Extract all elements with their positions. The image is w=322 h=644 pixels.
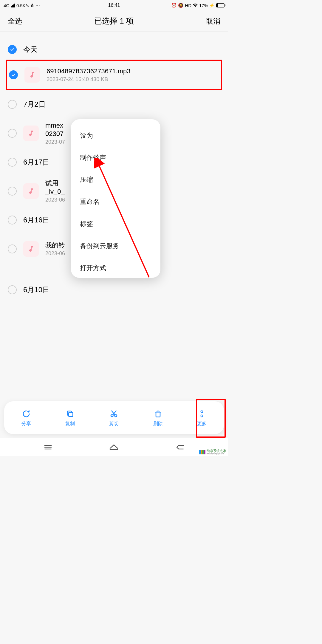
svg-point-5 [201,415,203,417]
group-header-today[interactable]: 今天 [0,41,228,58]
copy-button[interactable]: 复制 [59,409,81,427]
group-checkbox[interactable] [8,285,17,294]
tool-label: 复制 [65,421,75,427]
group-checkbox[interactable] [8,158,17,167]
battery-icon [216,3,225,7]
popup-make-ringtone[interactable]: 制作铃声 [71,147,160,169]
watermark-logo-icon [199,450,205,454]
svg-point-4 [201,411,203,413]
group-label: 6月10日 [23,285,49,295]
nav-back-button[interactable] [174,441,186,453]
group-label: 6月17日 [23,157,49,167]
watermark-url: www.ycwjty.com [207,453,226,455]
tool-label: 剪切 [109,421,119,427]
battery-pct: 17% [199,3,208,8]
alarm-icon: ⏰ [171,3,177,8]
share-button[interactable]: 分享 [16,409,37,427]
svg-rect-1 [69,412,73,417]
system-nav-bar [0,438,228,456]
tool-label: 分享 [21,421,31,427]
file-checkbox[interactable] [9,70,18,79]
share-icon [21,409,31,419]
hd-indicator: HD [185,3,191,8]
nav-home-button[interactable] [108,441,120,453]
popup-open-with[interactable]: 打开方式 [71,257,160,273]
more-dots-icon: ⋯ [35,3,40,8]
charging-icon: ⚡ [209,3,215,8]
wifi-icon [193,3,198,8]
music-file-icon [23,241,39,257]
nav-recent-button[interactable] [42,441,54,453]
usb-icon: ⋔ [30,3,34,8]
group-label: 7月2日 [23,100,46,109]
delete-icon [153,409,163,419]
more-icon [197,409,207,419]
file-name: 6910489783736273671.mp3 [47,67,130,75]
popup-set-as[interactable]: 设为 [71,125,160,147]
cut-button[interactable]: 剪切 [103,409,125,427]
cut-icon [109,409,119,419]
status-bar: 4G 0.5K/s ⋔ ⋯ 16:41 ⏰ 🔕 HD 17% ⚡ [0,0,228,11]
group-label: 今天 [23,45,38,54]
cancel-button[interactable]: 取消 [206,16,220,26]
clock: 16:41 [108,3,120,8]
group-header[interactable]: 6月10日 [0,281,228,299]
popup-backup-cloud[interactable]: 备份到云服务 [71,235,160,257]
group-label: 6月16日 [23,215,49,225]
tool-label: 删除 [153,421,163,427]
file-checkbox[interactable] [8,187,17,196]
file-meta: 2023-07-24 16:40 430 KB [47,76,130,83]
popup-compress[interactable]: 压缩 [71,169,160,191]
group-checkbox[interactable] [8,45,17,54]
file-checkbox[interactable] [8,129,17,138]
select-all-button[interactable]: 全选 [8,16,22,26]
music-file-icon [23,183,39,199]
signal-icon [11,4,15,7]
selection-header: 全选 已选择 1 项 取消 [0,11,228,32]
popup-tags[interactable]: 标签 [71,213,160,235]
group-checkbox[interactable] [8,100,17,109]
net-speed: 0.5K/s [16,3,29,8]
annotation-highlight-file: 6910489783736273671.mp3 2023-07-24 16:40… [6,60,222,90]
group-checkbox[interactable] [8,216,17,225]
dnd-icon: 🔕 [178,3,184,8]
group-header[interactable]: 7月2日 [0,95,228,113]
delete-button[interactable]: 删除 [147,409,169,427]
music-file-icon [24,67,40,83]
more-button[interactable]: 更多 [191,409,213,427]
network-type: 4G [4,3,10,8]
file-checkbox[interactable] [8,244,17,253]
music-file-icon [23,126,39,141]
more-actions-popup: 设为 制作铃声 压缩 重命名 标签 备份到云服务 打开方式 [71,119,160,278]
copy-icon [65,409,75,419]
action-toolbar: 分享 复制 剪切 删除 更多 [4,401,224,434]
selection-title: 已选择 1 项 [94,16,134,26]
popup-rename[interactable]: 重命名 [71,191,160,213]
tool-label: 更多 [197,421,207,427]
watermark: 纯净系统之家 www.ycwjty.com [199,449,226,455]
file-row[interactable]: 6910489783736273671.mp3 2023-07-24 16:40… [9,61,221,89]
